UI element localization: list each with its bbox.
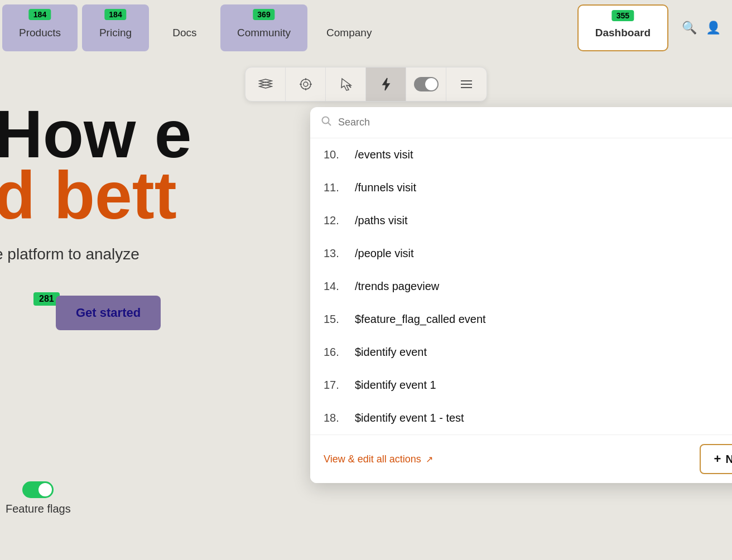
nav-label-community: Community xyxy=(237,27,291,39)
new-action-button[interactable]: + New action xyxy=(700,444,732,474)
get-started-button[interactable]: Get started xyxy=(56,296,161,330)
hero-line2: d bett xyxy=(0,162,177,229)
feature-flags-label: Feature flags xyxy=(6,503,71,515)
feature-flags-area: Feature flags xyxy=(6,481,71,515)
nav-badge-dashboard: 355 xyxy=(612,10,634,21)
action-text-11: /funnels visit xyxy=(355,181,416,194)
nav-spacer xyxy=(388,0,575,56)
action-list: 10. /events visit 11. /funnels visit 12.… xyxy=(310,138,732,435)
action-num-15: 15. xyxy=(324,313,346,326)
nav-item-docs[interactable]: Docs xyxy=(151,0,218,56)
action-item-10[interactable]: 10. /events visit xyxy=(310,138,732,171)
hero-subtext: e platform to analyze xyxy=(0,245,139,263)
hero-line1: How e xyxy=(0,100,191,167)
toolbar-menu-button[interactable] xyxy=(446,67,487,101)
toolbar-lightning-button[interactable] xyxy=(366,67,406,101)
view-edit-label: View & edit all actions xyxy=(324,453,421,465)
action-num-16: 16. xyxy=(324,346,346,359)
action-num-13: 13. xyxy=(324,247,346,260)
action-text-15: $feature_flag_called event xyxy=(355,313,486,326)
nav-item-pricing[interactable]: 184 Pricing xyxy=(82,4,149,51)
action-item-12[interactable]: 12. /paths visit xyxy=(310,204,732,237)
nav-item-dashboard[interactable]: 355 Dashboard xyxy=(577,4,668,51)
view-edit-link[interactable]: View & edit all actions ↗ xyxy=(324,453,433,465)
nav-badge-pricing: 184 xyxy=(104,9,126,20)
user-icon[interactable]: 👤 xyxy=(706,21,721,35)
toolbar-toggle-track xyxy=(414,77,439,91)
nav-item-company[interactable]: Company xyxy=(310,0,388,56)
toggle-knob xyxy=(38,483,52,496)
action-item-14[interactable]: 14. /trends pageview xyxy=(310,270,732,303)
toolbar-layers-button[interactable] xyxy=(245,67,286,101)
search-bar xyxy=(310,107,732,138)
nav-label-company: Company xyxy=(326,27,372,39)
action-text-10: /events visit xyxy=(355,148,413,161)
action-item-17[interactable]: 17. $identify event 1 xyxy=(310,369,732,402)
svg-line-10 xyxy=(328,123,331,125)
toolbar-toggle-knob xyxy=(425,78,437,90)
nav-label-dashboard: Dashboard xyxy=(595,27,651,39)
action-item-15[interactable]: 15. $feature_flag_called event xyxy=(310,303,732,336)
feature-flags-toggle[interactable] xyxy=(22,481,54,498)
nav-label-docs: Docs xyxy=(172,27,196,39)
action-num-11: 11. xyxy=(324,181,346,194)
nav-label-pricing: Pricing xyxy=(99,27,132,39)
action-text-12: /paths visit xyxy=(355,214,407,227)
nav-item-products[interactable]: 184 Products xyxy=(2,4,78,51)
action-text-14: /trends pageview xyxy=(355,280,439,293)
toolbar-target-button[interactable] xyxy=(286,67,326,101)
action-item-18[interactable]: 18. $identify event 1 - test xyxy=(310,402,732,435)
action-num-12: 12. xyxy=(324,214,346,227)
action-text-17: $identify event 1 xyxy=(355,379,436,392)
nav-icons: 🔍 👤 xyxy=(671,0,732,56)
svg-point-1 xyxy=(304,82,308,86)
search-icon[interactable]: 🔍 xyxy=(682,21,697,35)
nav-badge-products: 184 xyxy=(29,9,51,20)
navigation: 184 Products 184 Pricing Docs 369 Commun… xyxy=(0,0,732,56)
svg-point-0 xyxy=(301,79,311,89)
action-text-16: $identify event xyxy=(355,346,427,359)
action-num-18: 18. xyxy=(324,412,346,424)
new-action-label: New action xyxy=(725,453,732,466)
nav-label-products: Products xyxy=(19,27,61,39)
action-num-17: 17. xyxy=(324,379,346,392)
search-icon xyxy=(321,116,331,129)
search-input[interactable] xyxy=(338,117,732,128)
action-num-14: 14. xyxy=(324,280,346,293)
action-item-13[interactable]: 13. /people visit xyxy=(310,237,732,270)
dropdown-footer: View & edit all actions ↗ + New action xyxy=(310,435,732,483)
nav-item-community[interactable]: 369 Community xyxy=(220,4,307,51)
external-link-icon: ↗ xyxy=(426,454,433,465)
toolbar-toggle-button[interactable] xyxy=(406,67,446,101)
action-text-18: $identify event 1 - test xyxy=(355,412,464,424)
toolbar xyxy=(245,67,487,102)
plus-icon: + xyxy=(714,452,721,466)
toolbar-cursor-button[interactable] xyxy=(326,67,366,101)
actions-dropdown: 10. /events visit 11. /funnels visit 12.… xyxy=(310,107,732,483)
action-text-13: /people visit xyxy=(355,247,414,260)
action-item-11[interactable]: 11. /funnels visit xyxy=(310,171,732,204)
svg-point-9 xyxy=(322,117,329,124)
nav-badge-community: 369 xyxy=(253,9,274,20)
action-num-10: 10. xyxy=(324,148,346,161)
action-item-16[interactable]: 16. $identify event xyxy=(310,336,732,369)
